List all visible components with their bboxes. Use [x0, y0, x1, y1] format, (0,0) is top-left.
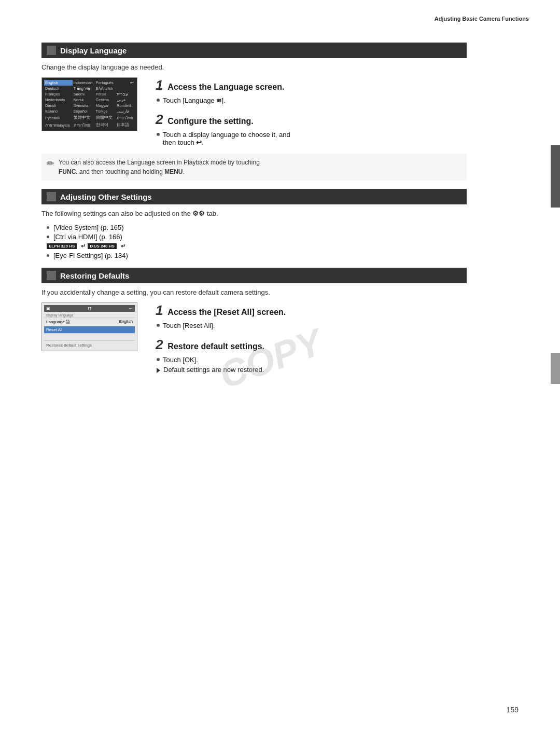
- camera-badge-row: ELPH 320 HS ↵ IXUS 240 HS ↵: [47, 243, 467, 250]
- note-box: ✏ You can also access the Language scree…: [41, 154, 467, 181]
- restoring-defaults-subtitle: If you accidentally change a setting, yo…: [41, 288, 467, 296]
- reset-step2-bullet2: Default settings are now restored.: [157, 366, 467, 374]
- section-title: Display Language: [60, 46, 127, 55]
- func-label: FUNC.: [59, 168, 78, 175]
- section-icon-2: [47, 192, 56, 201]
- reset-screen-image: ▣ IT ↩ display language Language 語 Engli…: [41, 302, 137, 351]
- return-badge-1: ↵: [81, 243, 86, 250]
- step2-block: 2 Configure the setting. Touch a display…: [156, 112, 467, 146]
- reset-step1-block: 1 Access the [Reset All] screen. Touch […: [156, 302, 467, 329]
- step2-heading: 2 Configure the setting.: [156, 112, 467, 128]
- reset-step2-block: 2 Restore default settings. Touch [OK]. …: [156, 337, 467, 374]
- reset-tab-icon: ▣: [46, 306, 50, 311]
- step2-bullet1: Touch a display language to choose it, a…: [157, 131, 467, 146]
- reset-step2-title: Restore default settings.: [167, 342, 264, 351]
- step2-title: Configure the setting.: [167, 117, 253, 126]
- reset-lang-row: Language 語 English: [44, 318, 135, 326]
- triangle-icon: [157, 368, 160, 373]
- section-icon: [47, 46, 56, 55]
- reset-all-row: Reset All: [44, 326, 135, 334]
- settings-list: [Video System] (p. 165) [Ctrl via HDMI] …: [47, 224, 467, 259]
- language-screen-mockup: English Indonesian Português ↩ Deutsch T…: [41, 77, 145, 148]
- reset-step1-content: Touch [Reset All].: [157, 322, 467, 329]
- settings-bullet-3: [47, 254, 49, 257]
- reset-step2-bullet1: Touch [OK].: [157, 356, 467, 364]
- reset-step1-bullet: Touch [Reset All].: [157, 322, 467, 329]
- settings-bullet-2: [47, 236, 49, 238]
- return-icon: ↩: [196, 139, 202, 146]
- reset-screen-title-row: display language: [44, 313, 135, 318]
- page-header: Adjusting Basic Camera Functions: [0, 0, 560, 27]
- bullet-dot-3: [157, 324, 160, 327]
- restoring-defaults-steps: ▣ IT ↩ display language Language 語 Engli…: [41, 302, 467, 376]
- settings-item-2: [Ctrl via HDMI] (p. 166): [47, 233, 467, 241]
- reset-empty-row: [44, 334, 135, 341]
- return-badge-2: ↵: [121, 243, 125, 250]
- settings-item-1: [Video System] (p. 165): [47, 224, 467, 231]
- step1-bullet1: Touch [Language ≋].: [157, 96, 467, 104]
- note-text: You can also access the Language screen …: [59, 158, 260, 176]
- elph-badge: ELPH 320 HS: [47, 243, 77, 249]
- bullet-dot-2: [157, 133, 160, 136]
- step1-heading: 1 Access the Language screen.: [156, 77, 467, 93]
- bullet-dot-icon: [157, 99, 160, 102]
- display-language-header: Display Language: [41, 43, 467, 58]
- reset-step2-content: Touch [OK]. Default settings are now res…: [157, 356, 467, 374]
- display-language-subtitle: Change the display language as needed.: [41, 63, 467, 71]
- header-title: Adjusting Basic Camera Functions: [435, 16, 529, 22]
- step1-title: Access the Language screen.: [167, 82, 284, 91]
- adjusting-other-subtitle: The following settings can also be adjus…: [41, 210, 467, 217]
- bullet-dot-4: [157, 358, 160, 361]
- settings-bullet-1: [47, 226, 49, 229]
- menu-label: MENU: [164, 168, 183, 175]
- reset-tab-icon-2: IT: [88, 306, 91, 311]
- restoring-defaults-header: Restoring Defaults: [41, 268, 467, 283]
- adjusting-other-title: Adjusting Other Settings: [60, 192, 152, 201]
- language-table: English Indonesian Português ↩ Deutsch T…: [44, 80, 135, 129]
- reset-steps-right: 1 Access the [Reset All] screen. Touch […: [156, 302, 467, 376]
- language-icon: ≋: [216, 97, 221, 104]
- reset-step2-heading: 2 Restore default settings.: [156, 337, 467, 353]
- section-tab-light: [551, 353, 560, 384]
- reset-tab-back: ↩: [129, 306, 133, 311]
- main-content: Display Language Change the display lang…: [0, 27, 508, 402]
- reset-screen-header: ▣ IT ↩: [44, 305, 135, 312]
- page-number: 159: [507, 706, 519, 714]
- reset-all-label: Reset All: [46, 327, 63, 332]
- ixus-badge: IXUS 240 HS: [88, 243, 117, 249]
- section-icon-3: [47, 271, 56, 280]
- tab-symbol-icon: ⚙⚙: [192, 210, 207, 217]
- reset-lang-value: English: [119, 319, 133, 325]
- adjusting-other-header: Adjusting Other Settings: [41, 189, 467, 204]
- reset-step1-heading: 1 Access the [Reset All] screen.: [156, 302, 467, 319]
- language-screen-image: English Indonesian Português ↩ Deutsch T…: [41, 77, 137, 131]
- step1-content: Touch [Language ≋].: [157, 96, 467, 104]
- display-language-steps: English Indonesian Português ↩ Deutsch T…: [41, 77, 467, 148]
- restoring-defaults-title: Restoring Defaults: [60, 271, 129, 280]
- reset-screen-mockup: ▣ IT ↩ display language Language 語 Engli…: [41, 302, 145, 376]
- reset-screen-footer: Restores default settings: [44, 342, 135, 349]
- settings-item-3: [Eye-Fi Settings] (p. 184): [47, 252, 467, 259]
- step1-block: 1 Access the Language screen. Touch [Lan…: [156, 77, 467, 104]
- reset-step1-title: Access the [Reset All] screen.: [167, 308, 286, 316]
- note-icon: ✏: [47, 158, 54, 169]
- reset-lang-label: Language 語: [46, 319, 70, 325]
- section-tab-dark: [551, 145, 560, 208]
- step2-content: Touch a display language to choose it, a…: [157, 131, 467, 146]
- language-steps-right: 1 Access the Language screen. Touch [Lan…: [156, 77, 467, 148]
